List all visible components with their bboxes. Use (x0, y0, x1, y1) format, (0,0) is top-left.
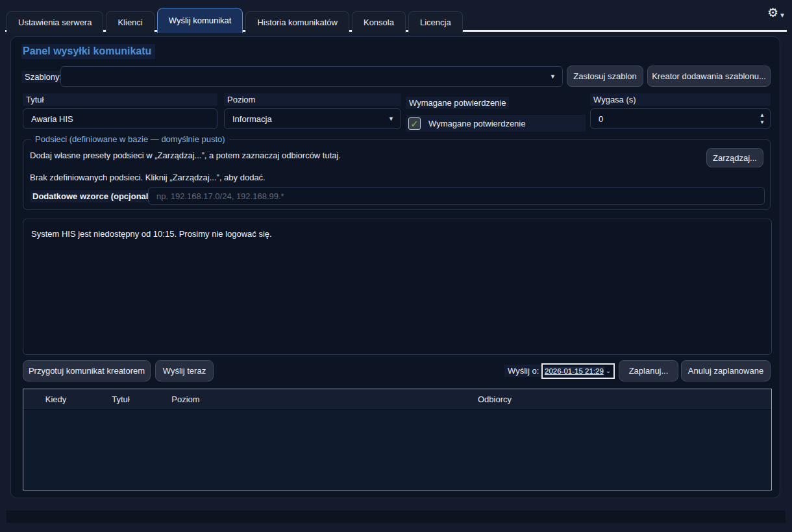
scheduled-messages-table: Kiedy Tytuł Poziom Odbiorcy (23, 389, 772, 490)
schedule-button[interactable]: Zaplanuj... (619, 360, 678, 381)
manage-subnets-button[interactable]: Zarządzaj... (706, 148, 763, 167)
subnets-groupbox: Podsieci (definiowane w bazie — domyślni… (23, 139, 771, 210)
level-select[interactable]: Informacja ▼ (224, 108, 401, 129)
subnets-empty-text: Brak zdefiniowanych podsieci. Kliknij „Z… (30, 173, 266, 182)
checkmark-icon: ✓ (410, 119, 419, 128)
table-header-row: Kiedy Tytuł Poziom Odbiorcy (23, 389, 771, 410)
tab-wyslij-komunikat[interactable]: Wyślij komunikat (157, 8, 243, 33)
send-at-label: Wyślij o: (504, 365, 542, 377)
chevron-down-icon: ▾ (780, 8, 784, 22)
send-now-button[interactable]: Wyślij teraz (155, 360, 214, 381)
expires-spinbox: 0 ▲ ▼ (590, 108, 771, 129)
cancel-scheduled-button[interactable]: Anuluj zaplanowane (681, 360, 771, 381)
send-message-panel: Panel wysyłki komunikatu Szablony: ▼ Zas… (10, 36, 780, 498)
table-header-kiedy[interactable]: Kiedy (23, 389, 88, 409)
message-textarea[interactable]: System HIS jest niedostępny od 10:15. Pr… (23, 219, 772, 355)
spin-down-icon[interactable]: ▼ (760, 120, 765, 125)
expires-field-label: Wygasa (s) (590, 93, 771, 106)
ack-field-label: Wymagane potwierdzenie (406, 97, 509, 109)
chevron-down-icon: ▼ (550, 73, 556, 80)
spin-up-icon[interactable]: ▲ (760, 113, 765, 118)
chevron-down-icon[interactable]: ⌄ (604, 368, 612, 374)
app-window: Ustawienia serwera Klienci Wyślij komuni… (0, 0, 792, 532)
tab-konsola[interactable]: Konsola (352, 11, 406, 33)
template-select[interactable]: ▼ (60, 66, 563, 87)
tab-bar: Ustawienia serwera Klienci Wyślij komuni… (6, 8, 463, 33)
tab-historia-komunikatow[interactable]: Historia komunikatów (245, 11, 349, 33)
gear-icon: ⚙ (767, 6, 778, 20)
send-at-datetime-value: 2026-01-15 21:29 (544, 367, 604, 376)
table-body-empty (23, 410, 771, 490)
status-bar (6, 511, 786, 523)
ack-checkbox[interactable]: ✓ (408, 117, 421, 130)
subnets-groupbox-title: Podsieci (definiowane w bazie — domyślni… (31, 134, 229, 144)
settings-menu-button[interactable]: ⚙ ▾ (767, 4, 784, 22)
patterns-input[interactable] (149, 191, 764, 201)
level-select-value: Informacja (232, 114, 388, 124)
send-at-datetime-edit[interactable]: 2026-01-15 21:29 ⌄ (541, 363, 615, 379)
table-header-odbiorcy[interactable]: Odbiorcy (218, 389, 771, 409)
spin-buttons: ▲ ▼ (754, 109, 770, 128)
template-wizard-button[interactable]: Kreator dodawania szablonu... (647, 66, 771, 87)
tab-klienci[interactable]: Klienci (106, 11, 154, 33)
chevron-down-icon: ▼ (388, 115, 394, 122)
patterns-label: Dodatkowe wzorce (opcjonalnie) (30, 190, 166, 202)
tab-ustawienia-serwera[interactable]: Ustawienia serwera (6, 11, 103, 33)
level-field-label: Poziom (224, 93, 401, 106)
expires-spinbox-value[interactable]: 0 (591, 114, 754, 124)
subnets-hint-text: Dodaj własne presety podsieci w „Zarządz… (30, 151, 341, 160)
title-input[interactable] (23, 114, 217, 124)
prepare-with-wizard-button[interactable]: Przygotuj komunikat kreatorem (23, 360, 151, 381)
ack-checkbox-row: ✓ Wymagane potwierdzenie (406, 115, 586, 132)
tab-licencja[interactable]: Licencja (408, 11, 463, 33)
patterns-input-wrap (148, 187, 765, 205)
templates-label: Szablony: (21, 71, 65, 83)
ack-checkbox-label: Wymagane potwierdzenie (428, 119, 525, 128)
page-title: Panel wysyłki komunikatu (21, 44, 155, 59)
apply-template-button[interactable]: Zastosuj szablon (567, 66, 643, 87)
table-header-tytul[interactable]: Tytuł (88, 389, 153, 409)
title-input-wrap (23, 108, 217, 129)
title-field-label: Tytuł (23, 93, 217, 106)
table-header-poziom[interactable]: Poziom (153, 389, 218, 409)
